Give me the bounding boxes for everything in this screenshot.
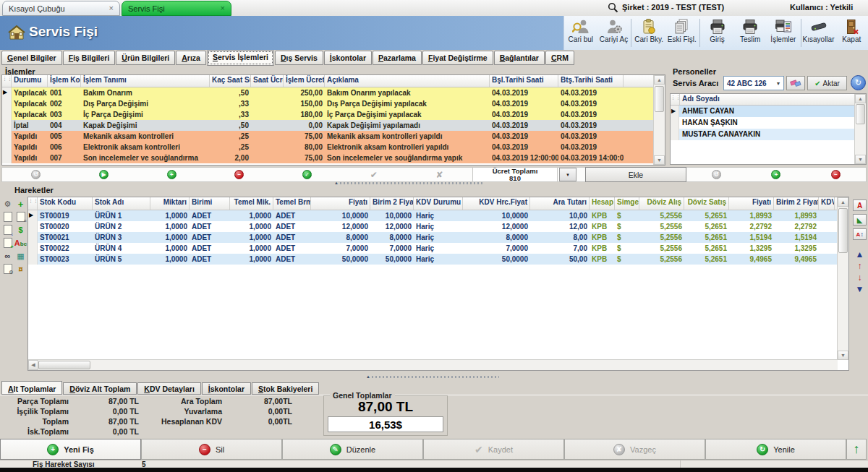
- islemler-row[interactable]: İptal004Kapak Değişimi,500,00Kapak Değiş…: [2, 120, 665, 131]
- ekle-button[interactable]: Ekle: [585, 167, 686, 182]
- islemler-col-islem-tanimi[interactable]: İşlem Tanımı: [81, 75, 210, 87]
- hareketler-row[interactable]: ST00023ÜRÜN 51,0000ADET1,0000ADET50,0000…: [28, 254, 848, 265]
- remove-icon[interactable]: −: [831, 170, 841, 179]
- move-up-icon[interactable]: ↑: [858, 262, 862, 270]
- islemler-row[interactable]: ▶Yapılacak001Bakım Onarım,50250,00Bakım …: [2, 87, 665, 98]
- hareketler-col-simge-12[interactable]: Simge: [615, 197, 639, 210]
- scroll-up-icon[interactable]: ▲: [855, 94, 866, 103]
- find-icon[interactable]: ∞: [2, 251, 13, 261]
- cancel-icon[interactable]: ✘: [436, 170, 443, 180]
- accept-icon[interactable]: +: [771, 170, 780, 179]
- scroll-up-icon[interactable]: ▲: [838, 197, 848, 207]
- price-icon[interactable]: $: [15, 225, 26, 235]
- scroll-down-icon[interactable]: ▼: [838, 351, 848, 360]
- islemler-row[interactable]: Yapılacak003İç Parça Değişimi,33180,00İç…: [2, 109, 665, 120]
- tab-fiyat-degistirme[interactable]: Fiyat Değiştirme: [422, 51, 493, 65]
- hareketler-col-birim-2-fiyati-16[interactable]: Birim 2 Fiyatı: [774, 197, 819, 210]
- hareketler-col-hesap-11[interactable]: Hesap: [590, 197, 615, 210]
- hareketler-row[interactable]: ▶ST00019ÜRÜN 11,0000ADET1,0000ADET10,000…: [28, 210, 848, 221]
- aktar-button[interactable]: ✔ Aktar: [807, 76, 847, 90]
- scroll-thumb[interactable]: [856, 104, 865, 124]
- refresh-icon[interactable]: ↺: [31, 170, 41, 179]
- hareketler-col-birim-2-fiyati-7[interactable]: Birim 2 Fiyatı: [370, 197, 414, 210]
- alt-tab-doviz-alt-toplam[interactable]: Döviz Alt Toplam: [63, 382, 137, 395]
- next-icon[interactable]: ▶: [99, 170, 109, 179]
- delete-icon[interactable]: −: [234, 170, 244, 179]
- alt-tab-kdv-detaylari[interactable]: KDV Detayları: [137, 382, 200, 395]
- toolbar-button-islemler[interactable]: İşlemler: [767, 16, 800, 50]
- tab-ariza[interactable]: Arıza: [176, 51, 206, 65]
- islemler-col-durumu[interactable]: Durumu: [12, 75, 48, 87]
- islemler-col-kac-saat-surdu[interactable]: Kaç Saat Sürdü: [210, 75, 251, 87]
- hareketler-col-stok-adi-1[interactable]: Stok Adı: [93, 197, 150, 210]
- yeni-fis-button[interactable]: +Yeni Fiş: [0, 439, 141, 460]
- font-color-icon[interactable]: A: [853, 199, 867, 211]
- yenile-button[interactable]: ↻Yenile: [705, 439, 846, 460]
- duzenle-button[interactable]: ✎Düzenle: [282, 439, 423, 460]
- erase-button[interactable]: [786, 76, 805, 90]
- scroll-down-icon[interactable]: ▼: [654, 155, 665, 165]
- splitter-handle[interactable]: ▲: [366, 374, 499, 379]
- personeller-col-adi-soyadi[interactable]: Adı Soyadı: [680, 94, 866, 105]
- toolbar-button-cariyi-ac[interactable]: Cariyi Aç: [597, 16, 631, 50]
- islemler-col-islem-ucreti[interactable]: İşlem Ücreti: [284, 75, 325, 87]
- tab-crm[interactable]: CRM: [545, 51, 574, 65]
- scroll-up-icon[interactable]: ▲: [654, 75, 665, 85]
- move-top-icon[interactable]: ▲: [856, 250, 864, 259]
- hareketler-col-kdv-durumu-8[interactable]: KDV Durumu: [414, 197, 463, 210]
- refresh-icon[interactable]: ↻: [851, 75, 866, 90]
- vazgec-button[interactable]: ✘Vazgeç: [564, 439, 705, 460]
- window-tab-kisayol-cubugu[interactable]: Kısayol Çubuğu ×: [2, 1, 120, 16]
- grid-icon[interactable]: ▦: [15, 251, 26, 261]
- toolbar-button-cari-bky[interactable]: Cari Bky.: [632, 16, 665, 50]
- scroll-thumb[interactable]: [838, 208, 848, 253]
- alt-tab-iskontolar[interactable]: İskontolar: [202, 382, 251, 395]
- personel-row[interactable]: ▶AHMET CAYAN: [671, 106, 866, 117]
- personel-row[interactable]: MUSTAFA CANAYAKIN: [671, 129, 866, 140]
- hareketler-col-temel-brm-5[interactable]: Temel Brm.: [273, 197, 311, 210]
- scroll-thumb[interactable]: [655, 86, 664, 112]
- save-icon[interactable]: ↓: [2, 225, 13, 235]
- scroll-down-icon[interactable]: ▼: [855, 155, 866, 164]
- tab-fis-bilgileri[interactable]: Fiş Bilgileri: [63, 51, 116, 65]
- personeller-vscrollbar[interactable]: ▲ ▼: [854, 94, 866, 164]
- hareketler-col-fiyati-6[interactable]: Fiyatı: [311, 197, 370, 210]
- hareketler-col-kdv-i-17[interactable]: KDV I: [819, 197, 835, 210]
- islemler-col-saat-ucreti[interactable]: Saat Ücreti: [251, 75, 284, 87]
- islemler-col-aciklama[interactable]: Açıklama: [325, 75, 490, 87]
- toolbar-button-teslim[interactable]: Teslim: [733, 16, 767, 50]
- insert-icon[interactable]: +: [167, 170, 176, 179]
- islemler-row[interactable]: Yapıldı005Mekanik aksam kontrolleri,2575…: [2, 131, 665, 142]
- hareketler-row[interactable]: ST00020ÜRÜN 21,0000ADET1,0000ADET12,0000…: [28, 221, 848, 232]
- spellcheck-icon[interactable]: Abc: [15, 238, 26, 248]
- islemler-row[interactable]: Yapıldı006Elektronik aksam kontrolleri,2…: [2, 142, 665, 153]
- hareketler-row[interactable]: ST00021ÜRÜN 31,0000ADET1,0000ADET8,00008…: [28, 232, 848, 243]
- islemler-col-bts-tarihi-saati[interactable]: Btş.Tarihi Saati: [558, 75, 624, 87]
- sort-icon[interactable]: A↕: [853, 228, 867, 240]
- alt-tab-stok-bakiyeleri[interactable]: Stok Bakiyeleri: [252, 382, 319, 395]
- post-icon[interactable]: ✔: [370, 170, 378, 180]
- money-icon[interactable]: ¤: [15, 264, 26, 274]
- alt-tab-alt-toplamlar[interactable]: Alt Toplamlar: [1, 381, 62, 395]
- personel-row[interactable]: HAKAN ŞAŞKIN: [671, 117, 866, 129]
- tab-iskontolar[interactable]: İskontolar: [324, 51, 372, 65]
- move-bottom-icon[interactable]: ▼: [856, 285, 864, 293]
- close-icon[interactable]: ×: [221, 4, 225, 12]
- toolbar-button-cari-bul[interactable]: Cari bul: [564, 16, 597, 50]
- settings-page-icon[interactable]: ⚙: [2, 264, 13, 274]
- new-page-icon[interactable]: [2, 212, 13, 222]
- splitter-handle[interactable]: ▲: [334, 181, 483, 185]
- tab-servis-islemleri[interactable]: Servis İşlemleri: [207, 50, 274, 66]
- hareketler-col-doviz-alis-13[interactable]: Döviz Alış: [639, 197, 684, 210]
- scroll-left-icon[interactable]: ◀: [28, 360, 38, 370]
- kaydet-button[interactable]: ✔Kaydet: [423, 439, 564, 460]
- islemler-row[interactable]: Yapılacak002Dış Parça Değişimi,33150,00D…: [2, 98, 665, 109]
- islemler-row[interactable]: Yapıldı007Son incelemeler ve souğlandırm…: [2, 153, 665, 163]
- hareketler-vscrollbar[interactable]: ▲ ▼: [837, 197, 848, 360]
- fill-color-icon[interactable]: ◣: [853, 214, 867, 226]
- tab-pazarlama[interactable]: Pazarlama: [373, 51, 422, 65]
- toolbar-button-giris[interactable]: Giriş: [701, 16, 734, 50]
- islemler-vscrollbar[interactable]: ▲ ▼: [653, 75, 665, 165]
- hareketler-col-temel-mik-4[interactable]: Temel Mik.: [230, 197, 273, 210]
- hareketler-col-miktari-2[interactable]: Miktarı: [150, 197, 190, 210]
